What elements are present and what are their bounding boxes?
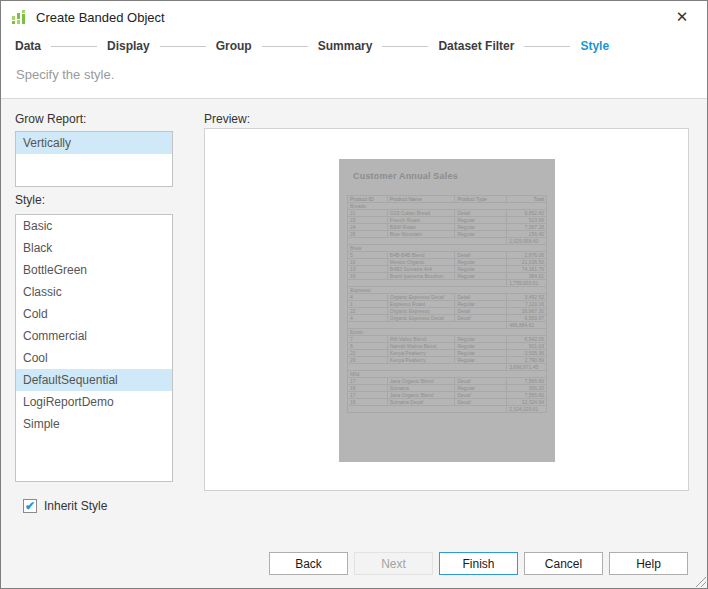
inherit-style-row[interactable]: ✔ Inherit Style <box>23 499 107 513</box>
style-option-basic[interactable]: Basic <box>16 215 172 237</box>
create-banded-object-dialog: Create Banded Object ✕ Data Display Grou… <box>0 0 708 589</box>
step-data[interactable]: Data <box>15 39 41 53</box>
banded-object-icon <box>11 10 27 25</box>
preview-data-row: 16Sumatra DecafDecaf12,324.94 <box>348 399 547 406</box>
style-option-defaultsequential[interactable]: DefaultSequential <box>16 369 172 391</box>
wizard-subtitle: Specify the style. <box>16 67 114 82</box>
dialog-content: Grow Report: Vertically Style: Basic Bla… <box>1 99 707 588</box>
preview-data-row: 17Java Organic BlendDecaf7,565.60 <box>348 378 547 385</box>
step-connector <box>51 46 97 47</box>
preview-data-row: 6Nairobi Matina BlendRegular901.03 <box>348 343 547 350</box>
style-option-black[interactable]: Black <box>16 237 172 259</box>
preview-group-row: Espresso <box>348 287 547 294</box>
style-option-classic[interactable]: Classic <box>16 281 172 303</box>
preview-data-row: 18SumatraRegular356.20 <box>348 385 547 392</box>
preview-table: Product IDProduct NameProduct TypeTotalB… <box>347 195 547 413</box>
style-option-bottlegreen[interactable]: BottleGreen <box>16 259 172 281</box>
preview-group-row: Breads <box>348 203 547 210</box>
preview-data-row: 22Organic EspressoDetail16,967.30 <box>348 308 547 315</box>
preview-data-row: 29Kenya PeaberryRegular2,790.89 <box>348 357 547 364</box>
style-label: Style: <box>15 193 45 207</box>
close-icon[interactable]: ✕ <box>667 4 697 30</box>
preview-subtotal-row: 2,324,329.61 <box>348 406 547 413</box>
style-option-simple[interactable]: Simple <box>16 413 172 435</box>
preview-subtotal-row: 486,884.61 <box>348 322 547 329</box>
style-listbox[interactable]: Basic Black BottleGreen Classic Cold Com… <box>15 214 173 482</box>
inherit-style-label: Inherit Style <box>44 499 107 513</box>
grow-report-listbox[interactable]: Vertically <box>15 131 173 187</box>
style-option-logireportdemo[interactable]: LogiReportDemo <box>16 391 172 413</box>
step-connector <box>262 46 308 47</box>
preview-data-row: 26Blue MountainRegular256.40 <box>348 231 547 238</box>
preview-data-row: 17Java Organic BlendDecaf7,565.60 <box>348 392 547 399</box>
resize-grip-icon[interactable] <box>693 574 706 587</box>
preview-data-row: 21Kenya PeaberryRegular3,505.36 <box>348 350 547 357</box>
preview-label: Preview: <box>204 112 250 126</box>
style-option-cold[interactable]: Cold <box>16 303 172 325</box>
preview-data-row: 4Organic Espresso DecafDetail3,452.52 <box>348 294 547 301</box>
preview-data-row: 1Espresso RoastRegular7,110.16 <box>348 301 547 308</box>
next-button: Next <box>354 552 433 575</box>
title-bar: Create Banded Object ✕ <box>1 1 707 33</box>
finish-button[interactable]: Finish <box>439 552 518 575</box>
step-dataset-filter[interactable]: Dataset Filter <box>438 39 514 53</box>
dialog-buttons: Back Next Finish Cancel Help <box>269 552 688 575</box>
preview-panel: Customer Annual Sales Product IDProduct … <box>204 128 689 491</box>
preview-report-title: Customer Annual Sales <box>353 171 458 181</box>
preview-group-row: Mild <box>348 371 547 378</box>
preview-data-row: 5B4B-B4B BlendDetail2,876.06 <box>348 252 547 259</box>
step-style[interactable]: Style <box>580 39 609 53</box>
grow-report-label: Grow Report: <box>15 112 86 126</box>
preview-subtotal-row: 1,029,958.40 <box>348 238 547 245</box>
inherit-style-checkbox[interactable]: ✔ <box>23 499 37 513</box>
style-option-cool[interactable]: Cool <box>16 347 172 369</box>
preview-group-row: Brew <box>348 245 547 252</box>
preview-subtotal-row: 3,896,971.45 <box>348 364 547 371</box>
cancel-button[interactable]: Cancel <box>524 552 603 575</box>
preview-data-row: 21G03 Cuban BreadDetail9,852.60 <box>348 210 547 217</box>
preview-data-row: 24B&W RoastRegular7,367.28 <box>348 224 547 231</box>
preview-header-row: Product IDProduct NameProduct TypeTotal <box>348 196 547 203</box>
step-connector <box>382 46 428 47</box>
preview-data-row: 19Brazil Ipanema BourbonRegular384.61 <box>348 273 547 280</box>
preview-data-row: 7Rift Valley BlendRegular6,542.05 <box>348 336 547 343</box>
help-button[interactable]: Help <box>609 552 688 575</box>
preview-data-row: 10Mexico OrganicRegular21,036.50 <box>348 259 547 266</box>
grow-report-option-vertically[interactable]: Vertically <box>16 132 172 154</box>
preview-subtotal-row: 1,759,003.91 <box>348 280 547 287</box>
step-summary[interactable]: Summary <box>318 39 373 53</box>
preview-data-row: 13B4B3 Sumatra 4x4Regular74,161.76 <box>348 266 547 273</box>
preview-group-row: Exotic <box>348 329 547 336</box>
report-preview-thumbnail: Customer Annual Sales Product IDProduct … <box>339 159 555 462</box>
back-button[interactable]: Back <box>269 552 348 575</box>
wizard-steps: Data Display Group Summary Dataset Filte… <box>15 39 609 53</box>
step-connector <box>524 46 570 47</box>
step-display[interactable]: Display <box>107 39 150 53</box>
preview-data-row: 23French RoastRegular523.96 <box>348 217 547 224</box>
step-connector <box>160 46 206 47</box>
window-title: Create Banded Object <box>36 10 165 25</box>
step-group[interactable]: Group <box>216 39 252 53</box>
style-option-commercial[interactable]: Commercial <box>16 325 172 347</box>
preview-data-row: 4Organic Espresso DecafDecaf6,559.97 <box>348 315 547 322</box>
